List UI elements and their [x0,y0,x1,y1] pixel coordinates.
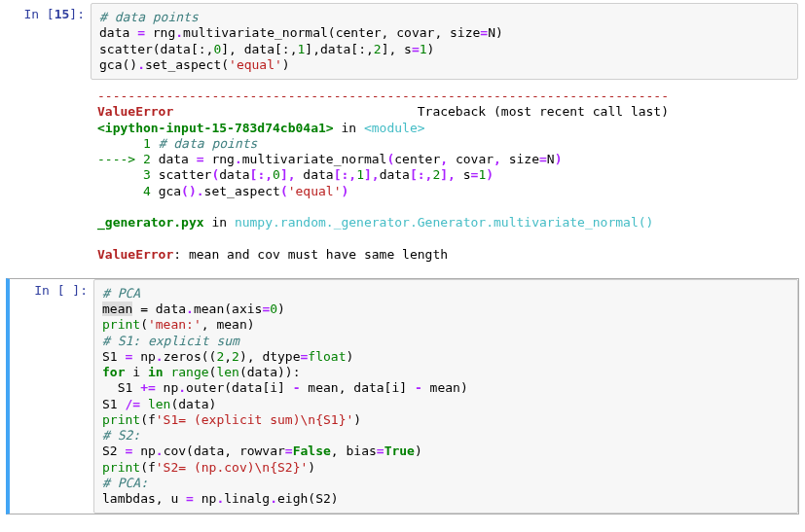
code-cell-15[interactable]: In [15]: # data points data = rng.multiv… [6,2,799,81]
input-prompt: In [15]: [7,3,91,80]
traceback-file: <ipython-input-15-783d74cb04a1> [97,121,334,135]
input-prompt: In [ ]: [10,279,93,514]
code-content[interactable]: # data points data = rng.multivariate_no… [99,10,789,73]
traceback-generator-file: _generator.pyx [97,215,204,230]
code-content[interactable]: # PCA mean = data.mean(axis=0) print('me… [102,286,789,508]
code-input-area[interactable]: # PCA mean = data.mean(axis=0) print('me… [93,279,798,514]
code-cell-empty[interactable]: In [ ]: # PCA mean = data.mean(axis=0) p… [6,278,799,515]
traceback-output: ----------------------------------------… [90,83,799,268]
traceback-separator: ----------------------------------------… [97,89,669,103]
code-input-area[interactable]: # data points data = rng.multivariate_no… [91,3,798,80]
output-cell-15: ----------------------------------------… [6,83,799,268]
highlighted-variable: mean [102,301,132,316]
error-final: ValueError [97,247,173,262]
error-arrow: ----> [97,152,143,166]
output-prompt-spacer [6,83,90,268]
error-name: ValueError [97,104,173,119]
